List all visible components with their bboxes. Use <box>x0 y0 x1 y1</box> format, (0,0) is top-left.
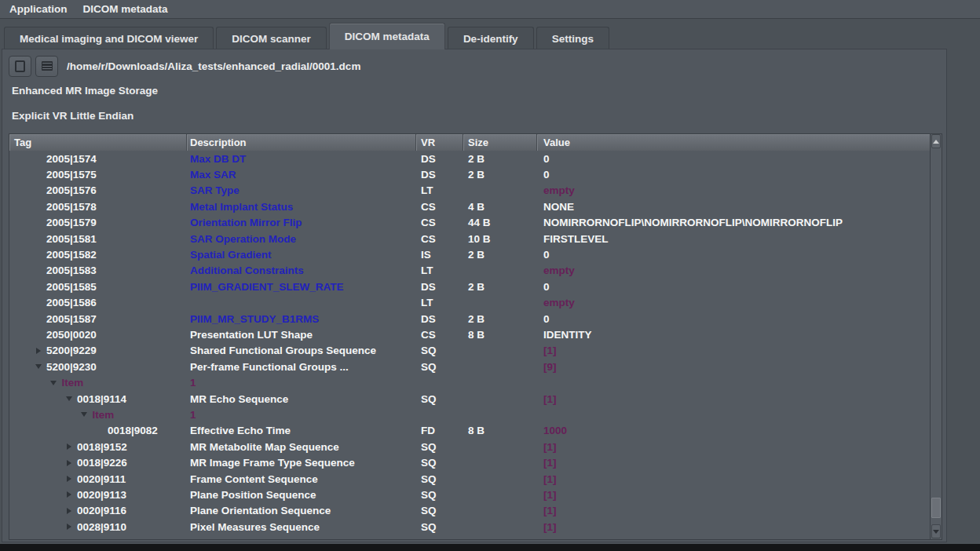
table-row[interactable]: 5200|9229Shared Functional Groups Sequen… <box>9 343 930 359</box>
tab-medical-imaging-viewer[interactable]: Medical imaging and DICOM viewer <box>4 27 214 49</box>
table-row[interactable]: 2005|1581SAR Operation ModeCS10 BFIRSTLE… <box>9 231 930 246</box>
cell-size: 4 B <box>463 199 537 214</box>
column-header-vr[interactable]: VR <box>416 134 463 151</box>
column-header-size[interactable]: Size <box>463 134 537 151</box>
table-row[interactable]: 2005|1578Metal Implant StatusCS4 BNONE <box>9 199 930 214</box>
cell-size <box>463 343 537 359</box>
cell-vr: CS <box>416 231 463 246</box>
table-row[interactable]: 2050|0020Presentation LUT ShapeCS8 BIDEN… <box>9 327 930 342</box>
expand-arrow-expanded-icon[interactable] <box>30 359 46 374</box>
cell-tag: Item <box>62 377 84 389</box>
cell-value: [9] <box>537 359 930 374</box>
cell-value: [1] <box>537 487 930 502</box>
table-row[interactable]: 2005|1582Spatial GradientIS2 B0 <box>9 246 930 262</box>
scrollbar-thumb[interactable] <box>931 498 941 518</box>
cell-vr: LT <box>416 295 463 311</box>
arrow-spacer <box>30 279 46 294</box>
tab-de-identify[interactable]: De-identify <box>448 27 534 49</box>
cell-size: 2 B <box>463 311 537 327</box>
cell-vr: CS <box>416 327 463 342</box>
table-row[interactable]: 0020|9113Plane Position SequenceSQ[1] <box>9 487 930 502</box>
expand-arrow-collapsed-icon[interactable] <box>60 471 77 487</box>
scroll-up-button[interactable] <box>931 134 941 148</box>
cell-tag: 0018|9152 <box>77 441 127 453</box>
vertical-scrollbar[interactable] <box>930 134 942 539</box>
cell-value: 0 <box>537 151 930 166</box>
table-row[interactable]: 2005|1579Orientation Mirror FlipCS44 BNO… <box>9 215 930 231</box>
cell-value: [1] <box>537 503 930 519</box>
cell-vr: SQ <box>416 519 463 535</box>
cell-description: PIIM_GRADIENT_SLEW_RATE <box>187 279 416 294</box>
cell-size: 8 B <box>463 327 537 342</box>
tab-settings[interactable]: Settings <box>536 27 609 49</box>
table-body: 2005|1574Max DB DTDS2 B02005|1575Max SAR… <box>9 151 930 539</box>
cell-value: [1] <box>537 343 930 359</box>
expand-arrow-collapsed-icon[interactable] <box>60 487 77 502</box>
table-row[interactable]: 0018|9082Effective Echo TimeFD8 B1000 <box>9 423 930 439</box>
column-header-value[interactable]: Value <box>537 134 930 151</box>
table-row[interactable]: 2005|1574Max DB DTDS2 B0 <box>9 151 930 166</box>
arrow-spacer <box>30 199 46 214</box>
expand-arrow-collapsed-icon[interactable] <box>60 454 77 470</box>
cell-size <box>463 263 537 279</box>
tab-dicom-metadata[interactable]: DICOM metadata <box>329 23 445 49</box>
cell-description: SAR Operation Mode <box>187 231 416 246</box>
cell-tag: 2005|1574 <box>46 153 97 165</box>
menu-application[interactable]: Application <box>2 0 75 19</box>
cell-size <box>463 487 537 502</box>
table-row[interactable]: Item1 <box>9 374 930 390</box>
cell-description: Shared Functional Groups Sequence <box>187 343 416 359</box>
cell-tag: 0018|9114 <box>77 393 126 405</box>
dicom-metadata-panel: /home/r/Downloads/Aliza_tests/enhanced_r… <box>2 49 947 542</box>
square-outline-icon <box>15 60 25 72</box>
cell-description <box>187 295 416 311</box>
table-row[interactable]: Item1 <box>9 407 930 422</box>
square-outline-button[interactable] <box>9 56 31 77</box>
table-row[interactable]: 0018|9152MR Metabolite Map SequenceSQ[1] <box>9 439 930 454</box>
table-row[interactable]: 2005|1575Max SARDS2 B0 <box>9 166 930 182</box>
cell-tag: 0018|9082 <box>108 425 158 436</box>
cell-description: 1 <box>187 374 416 390</box>
column-header-tag[interactable]: Tag <box>9 134 187 151</box>
expand-arrow-collapsed-icon[interactable] <box>60 519 77 535</box>
cell-size <box>463 439 537 454</box>
cell-size <box>463 295 537 311</box>
table-header: Tag Description VR Size Value <box>9 134 930 151</box>
cell-size <box>463 374 537 390</box>
table-row[interactable]: 0020|9111Frame Content SequenceSQ[1] <box>9 471 930 487</box>
expand-arrow-collapsed-icon[interactable] <box>60 439 77 454</box>
cell-vr: SQ <box>416 343 463 359</box>
table-row[interactable]: 2005|1585PIIM_GRADIENT_SLEW_RATEDS2 B0 <box>9 279 930 294</box>
cell-tag: 2005|1586 <box>46 297 97 308</box>
table-row[interactable]: 5200|9230Per-frame Functional Groups ...… <box>9 359 930 374</box>
cell-tag: Item <box>93 409 115 421</box>
expand-arrow-expanded-icon[interactable] <box>46 374 62 390</box>
table-row[interactable]: 2005|1583Additional ConstraintsLTempty <box>9 263 930 279</box>
table-row[interactable]: 0028|9110Pixel Measures SequenceSQ[1] <box>9 519 930 535</box>
list-square-button[interactable] <box>35 56 58 77</box>
table-row[interactable]: 2005|1586LTempty <box>9 295 930 311</box>
table-row[interactable]: 2005|1576SAR TypeLTempty <box>9 183 930 199</box>
table-row[interactable]: 0020|9116Plane Orientation SequenceSQ[1] <box>9 503 930 519</box>
cell-description: MR Image Frame Type Sequence <box>187 454 416 470</box>
column-header-description[interactable]: Description <box>187 134 416 151</box>
table-row[interactable]: 0018|9114MR Echo SequenceSQ[1] <box>9 391 930 407</box>
expand-arrow-expanded-icon[interactable] <box>76 407 93 422</box>
tab-dicom-scanner[interactable]: DICOM scanner <box>216 27 327 49</box>
expand-arrow-expanded-icon[interactable] <box>60 391 77 407</box>
metadata-tree-table: Tag Description VR Size Value 2005|1574M… <box>9 133 942 540</box>
cell-value: 0 <box>537 166 930 182</box>
cell-value: [1] <box>537 454 930 470</box>
arrow-spacer <box>30 311 46 327</box>
file-path: /home/r/Downloads/Aliza_tests/enhanced_r… <box>67 60 360 72</box>
table-row[interactable]: 2005|1587PIIM_MR_STUDY_B1RMSDS2 B0 <box>9 311 930 327</box>
cell-vr: SQ <box>416 439 463 454</box>
expand-arrow-collapsed-icon[interactable] <box>30 343 46 359</box>
table-row[interactable]: 0018|9226MR Image Frame Type SequenceSQ[… <box>9 454 930 470</box>
expand-arrow-collapsed-icon[interactable] <box>60 503 77 519</box>
cell-value: 0 <box>537 279 930 294</box>
scroll-down-button[interactable] <box>931 524 941 538</box>
cell-vr: SQ <box>416 471 463 487</box>
menu-dicom-metadata[interactable]: DICOM metadata <box>75 0 176 19</box>
cell-description: PIIM_MR_STUDY_B1RMS <box>187 311 416 327</box>
